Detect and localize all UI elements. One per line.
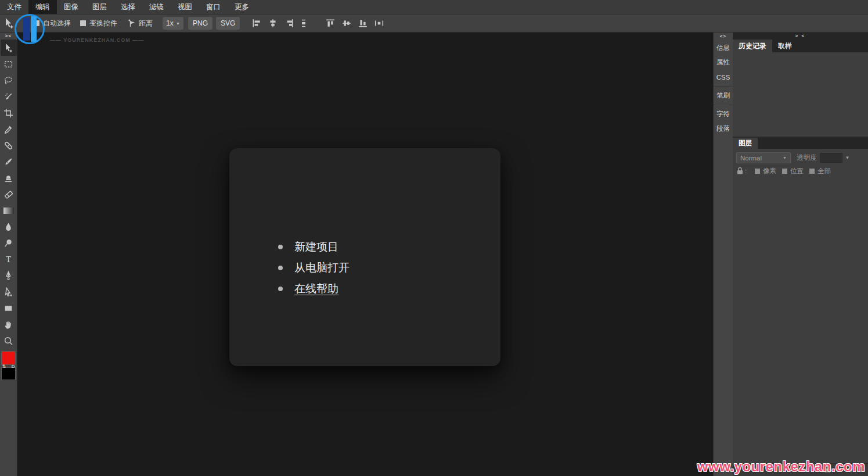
tab-css[interactable]: CSS — [716, 70, 730, 84]
eraser-tool[interactable] — [1, 186, 17, 202]
rightstrip-collapse-button[interactable]: <> — [720, 33, 726, 41]
hand-tool[interactable] — [1, 316, 17, 332]
align-bottom-icon[interactable] — [357, 19, 369, 28]
move-tool-icon — [3, 17, 15, 29]
lock-icon — [736, 167, 744, 175]
logo-caption: —— YOURENKEZHAN.COM —— — [50, 37, 144, 43]
lock-separator: : — [745, 167, 747, 174]
opacity-dropdown-icon[interactable]: ▼ — [845, 155, 850, 160]
rect-select-tool[interactable] — [1, 56, 17, 72]
site-watermark: www.yourenkezhan.com — [697, 459, 865, 475]
menu-image[interactable]: 图像 — [57, 0, 85, 14]
align-top-icon[interactable] — [325, 19, 336, 28]
zoom-tool[interactable] — [1, 332, 17, 349]
gradient-tool[interactable] — [1, 202, 17, 219]
bullet-icon — [278, 287, 283, 291]
distribute-horizontal-icon[interactable] — [373, 19, 385, 28]
canvas-area: 新建项目 从电脑打开 在线帮助 — [17, 33, 713, 476]
transform-controls-label: 变换控件 — [89, 19, 117, 28]
menu-window[interactable]: 窗口 — [199, 0, 228, 14]
tab-properties[interactable]: 属性 — [716, 55, 730, 70]
menu-layer[interactable]: 图层 — [85, 0, 114, 14]
tool-options-bar: 自动选择 变换控件 距离 1x▼ PNG SVG — [0, 15, 868, 33]
eyedropper-tool[interactable] — [1, 121, 17, 137]
color-swatches: ⇅ D — [1, 351, 17, 381]
lock-pixels-checkbox[interactable] — [755, 169, 760, 174]
new-project-item[interactable]: 新建项目 — [278, 237, 350, 257]
blur-tool[interactable] — [1, 219, 17, 235]
type-tool[interactable]: T — [1, 251, 17, 267]
layers-list — [733, 178, 868, 463]
gradient-icon — [3, 207, 14, 214]
divider — [714, 105, 733, 105]
logo-bar-light — [31, 16, 37, 42]
spot-heal-tool[interactable] — [1, 137, 17, 153]
tab-layers[interactable]: 图层 — [733, 138, 758, 149]
align-left-icon[interactable] — [251, 19, 262, 28]
menu-file[interactable]: 文件 — [0, 0, 28, 14]
open-from-computer-label[interactable]: 从电脑打开 — [294, 260, 350, 275]
opacity-label: 透明度 — [797, 153, 817, 162]
lock-position-checkbox[interactable] — [782, 169, 787, 174]
zoom-preset-dropdown[interactable]: 1x▼ — [163, 17, 183, 30]
new-project-label[interactable]: 新建项目 — [294, 239, 338, 255]
menu-edit[interactable]: 编辑 — [28, 0, 57, 14]
quick-select-tool[interactable] — [1, 88, 17, 105]
menu-view[interactable]: 视图 — [171, 0, 199, 14]
menu-filter[interactable]: 滤镜 — [142, 0, 171, 14]
distribute-vertical-icon[interactable] — [300, 19, 308, 28]
move-tool[interactable] — [1, 40, 17, 56]
brush-tool[interactable] — [1, 153, 17, 170]
blend-mode-select[interactable]: Normal ▼ — [736, 152, 791, 163]
opacity-input[interactable] — [820, 153, 842, 163]
background-color-swatch[interactable] — [1, 367, 16, 380]
pen-tool[interactable] — [1, 267, 17, 284]
path-select-tool[interactable] — [1, 284, 17, 300]
tab-brush[interactable]: 笔刷 — [716, 88, 730, 103]
menu-select[interactable]: 选择 — [114, 0, 142, 14]
distance-flag-icon — [128, 19, 135, 27]
lock-all-checkbox[interactable] — [809, 169, 815, 174]
tab-sampling[interactable]: 取样 — [772, 40, 798, 52]
open-from-computer-item[interactable]: 从电脑打开 — [278, 257, 350, 278]
default-colors-button[interactable]: D — [12, 364, 15, 369]
start-dialog: 新建项目 从电脑打开 在线帮助 — [229, 148, 500, 366]
tab-paragraph[interactable]: 段落 — [716, 121, 730, 136]
clone-stamp-tool[interactable] — [1, 170, 17, 186]
align-center-horizontal-icon[interactable] — [267, 19, 279, 28]
rectangle-tool[interactable] — [1, 300, 17, 316]
lock-all-option[interactable]: 全部 — [809, 167, 831, 176]
history-panel-collapse-button[interactable]: > < — [733, 33, 868, 40]
menu-bar: 文件 编辑 图像 图层 选择 滤镜 视图 窗口 更多 — [0, 0, 868, 15]
dodge-tool[interactable] — [1, 235, 17, 251]
chevron-down-icon: ▼ — [176, 22, 180, 26]
history-list — [733, 52, 868, 138]
tool-strip: >< T ⇅ D — [0, 33, 17, 476]
toolstrip-collapse-button[interactable]: >< — [5, 33, 12, 40]
layers-panel-header: 图层 — [733, 138, 868, 149]
right-panel-column: > < 历史记录 取样 图层 Normal ▼ 透明度 ▼ : 像素 位置 — [733, 33, 868, 476]
foreground-color-swatch[interactable] — [1, 351, 16, 365]
menu-more[interactable]: 更多 — [228, 0, 256, 14]
tab-history[interactable]: 历史记录 — [733, 40, 772, 52]
align-middle-vertical-icon[interactable] — [341, 19, 352, 28]
tab-info[interactable]: 信息 — [716, 41, 730, 55]
start-dialog-list: 新建项目 从电脑打开 在线帮助 — [278, 237, 350, 299]
layers-controls: Normal ▼ 透明度 ▼ : 像素 位置 全部 — [733, 149, 868, 178]
online-help-link[interactable]: 在线帮助 — [294, 281, 338, 296]
tab-character[interactable]: 字符 — [716, 107, 730, 121]
align-right-icon[interactable] — [283, 19, 295, 28]
transform-controls-checkbox[interactable] — [80, 20, 86, 26]
lasso-tool[interactable] — [1, 72, 17, 88]
online-help-item[interactable]: 在线帮助 — [278, 278, 350, 299]
crop-tool[interactable] — [1, 105, 17, 121]
lock-pixels-option[interactable]: 像素 — [755, 167, 776, 176]
logo-bar-dark — [23, 17, 30, 41]
bullet-icon — [278, 245, 283, 249]
swap-colors-icon[interactable]: ⇅ — [2, 364, 6, 369]
lock-position-option[interactable]: 位置 — [782, 167, 804, 176]
export-png-button[interactable]: PNG — [188, 17, 213, 30]
distance-label: 距离 — [139, 19, 153, 28]
export-svg-button[interactable]: SVG — [216, 17, 240, 30]
auto-select-label: 自动选择 — [43, 19, 71, 28]
